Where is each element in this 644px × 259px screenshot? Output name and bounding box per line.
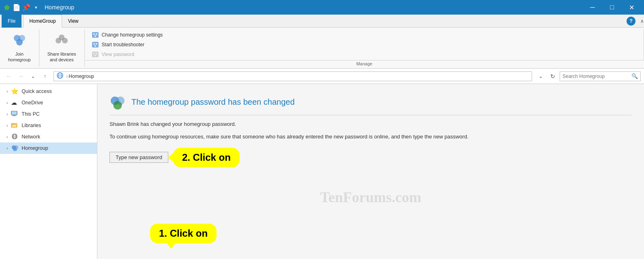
path-homegroup-text: Homegroup bbox=[69, 73, 94, 79]
ribbon-share-btn: Share librariesand devices bbox=[39, 29, 85, 67]
sidebar-item-this-pc[interactable]: › This PC bbox=[0, 108, 97, 120]
homegroup-sidebar-icon bbox=[11, 145, 19, 152]
path-network-icon bbox=[56, 72, 64, 81]
this-pc-icon bbox=[11, 111, 19, 118]
tab-file[interactable]: File bbox=[2, 15, 21, 28]
homegroup-content-icon bbox=[109, 94, 126, 110]
address-bar: ← → ⌄ ↑ › Homegroup ⌄ ↻ 🔍 bbox=[0, 69, 644, 84]
ribbon-join-btn: Joinhomegroup bbox=[0, 29, 39, 67]
troubleshooter-icon bbox=[91, 41, 99, 48]
tab-view[interactable]: View bbox=[62, 15, 85, 28]
callout1-container: 1. Click on bbox=[150, 224, 217, 243]
callout2-label: 2. Click on bbox=[182, 152, 231, 163]
quick-access-icon: ⬟ bbox=[3, 4, 11, 11]
sidebar-item-network[interactable]: › Network bbox=[0, 131, 97, 142]
sidebar-item-homegroup[interactable]: › Homegroup bbox=[0, 142, 97, 154]
title-bar-controls: ─ □ ✕ bbox=[583, 0, 641, 15]
ribbon-collapse-icon[interactable]: ∧ bbox=[640, 18, 644, 24]
sidebar-item-quick-access[interactable]: › ⭐ Quick access bbox=[0, 86, 97, 97]
change-settings-label: Change homegroup settings bbox=[102, 32, 163, 38]
sidebar-item-libraries[interactable]: › Libraries bbox=[0, 120, 97, 131]
window-title: Homegroup bbox=[45, 4, 583, 11]
content-header: The homegroup password has been changed bbox=[109, 94, 632, 115]
history-dropdown-button[interactable]: ⌄ bbox=[28, 71, 38, 82]
onedrive-expand-icon: › bbox=[6, 101, 8, 105]
svg-rect-28 bbox=[11, 123, 14, 125]
view-password-button[interactable]: View password bbox=[90, 50, 640, 58]
minimize-button[interactable]: ─ bbox=[583, 0, 602, 15]
up-button[interactable]: ↑ bbox=[40, 71, 50, 82]
join-homegroup-button[interactable]: Joinhomegroup bbox=[5, 32, 34, 64]
libraries-expand-icon: › bbox=[6, 123, 8, 128]
share-libraries-label: Share librariesand devices bbox=[47, 52, 76, 62]
watermark: TenForums.com bbox=[320, 189, 421, 206]
network-expand-icon: › bbox=[6, 135, 8, 139]
callout1-label: 1. Click on bbox=[159, 228, 208, 239]
svg-point-2 bbox=[16, 39, 23, 45]
ribbon-section-share: Share librariesand devices bbox=[39, 29, 85, 67]
sidebar-item-onedrive[interactable]: › ☁ OneDrive bbox=[0, 97, 97, 108]
libraries-icon bbox=[11, 122, 19, 129]
address-path[interactable]: › Homegroup bbox=[54, 71, 532, 81]
ribbon-help: ? bbox=[623, 17, 639, 26]
svg-point-5 bbox=[59, 35, 64, 40]
content-body: Shawn Brink has changed your homegroup p… bbox=[109, 120, 632, 141]
close-button[interactable]: ✕ bbox=[622, 0, 641, 15]
back-button[interactable]: ← bbox=[3, 71, 14, 82]
search-icon: 🔍 bbox=[631, 73, 638, 79]
bookmark-icon: 📌 bbox=[23, 4, 30, 11]
address-dropdown-button[interactable]: ⌄ bbox=[535, 71, 546, 82]
type-new-password-button[interactable]: Type new password bbox=[109, 152, 168, 163]
ribbon: File HomeGroup View ? ∧ bbox=[0, 15, 644, 69]
svg-point-17 bbox=[94, 55, 96, 56]
troubleshooter-label: Start troubleshooter bbox=[102, 42, 144, 47]
homegroup-label: Homegroup bbox=[21, 145, 48, 151]
start-troubleshooter-button[interactable]: Start troubleshooter bbox=[90, 41, 640, 49]
ribbon-tabs: File HomeGroup View ? ∧ bbox=[0, 15, 644, 28]
content-area: TenForums.com The homegroup password has… bbox=[97, 84, 644, 259]
callout2-bubble: 2. Click on bbox=[173, 148, 240, 167]
help-button[interactable]: ? bbox=[627, 17, 635, 26]
ribbon-content: Joinhomegroup Share librariesand devices bbox=[0, 28, 644, 68]
svg-point-8 bbox=[96, 33, 97, 35]
refresh-button[interactable]: ↻ bbox=[547, 71, 558, 82]
change-settings-icon bbox=[91, 32, 99, 38]
ribbon-section-join: Joinhomegroup bbox=[0, 29, 39, 67]
sidebar: › ⭐ Quick access › ☁ OneDrive › This PC … bbox=[0, 84, 97, 259]
callout1-bubble: 1. Click on bbox=[150, 224, 217, 243]
search-box: 🔍 bbox=[560, 71, 641, 81]
maximize-button[interactable]: □ bbox=[603, 0, 621, 15]
svg-point-12 bbox=[96, 43, 97, 45]
svg-point-11 bbox=[93, 43, 95, 45]
search-input[interactable] bbox=[562, 73, 631, 79]
callout1-arrow bbox=[166, 242, 176, 249]
share-libraries-icon bbox=[54, 33, 69, 51]
onedrive-icon: ☁ bbox=[11, 99, 19, 106]
this-pc-label: This PC bbox=[21, 111, 39, 117]
svg-point-13 bbox=[94, 45, 96, 47]
main-layout: › ⭐ Quick access › ☁ OneDrive › This PC … bbox=[0, 84, 644, 259]
content-para2: To continue using homegroup resources, m… bbox=[109, 133, 632, 141]
onedrive-label: OneDrive bbox=[21, 100, 43, 106]
dropdown-arrow-icon[interactable]: ▾ bbox=[32, 4, 40, 11]
homegroup-expand-icon: › bbox=[6, 146, 8, 151]
callout2-container: 2. Click on bbox=[173, 148, 240, 167]
svg-point-40 bbox=[114, 101, 122, 110]
svg-rect-25 bbox=[13, 115, 15, 116]
quick-access-expand-icon: › bbox=[6, 89, 8, 94]
share-libraries-button[interactable]: Share librariesand devices bbox=[44, 32, 79, 64]
svg-point-15 bbox=[93, 53, 95, 54]
path-separator: › bbox=[66, 73, 68, 79]
svg-rect-24 bbox=[12, 112, 17, 114]
view-password-icon bbox=[91, 51, 99, 58]
tab-homegroup[interactable]: HomeGroup bbox=[23, 15, 62, 28]
manage-section-label: Manage bbox=[85, 60, 644, 67]
forward-button[interactable]: → bbox=[15, 71, 26, 82]
title-bar: ⬟ 📄 📌 ▾ Homegroup ─ □ ✕ bbox=[0, 0, 644, 15]
change-homegroup-settings-button[interactable]: Change homegroup settings bbox=[90, 31, 640, 39]
ribbon-section-manage: Change homegroup settings Start troubles… bbox=[85, 29, 644, 67]
title-bar-icons: ⬟ 📄 📌 ▾ bbox=[3, 4, 40, 11]
content-para1: Shawn Brink has changed your homegroup p… bbox=[109, 120, 632, 129]
libraries-label: Libraries bbox=[21, 123, 41, 128]
view-password-label: View password bbox=[102, 52, 134, 57]
